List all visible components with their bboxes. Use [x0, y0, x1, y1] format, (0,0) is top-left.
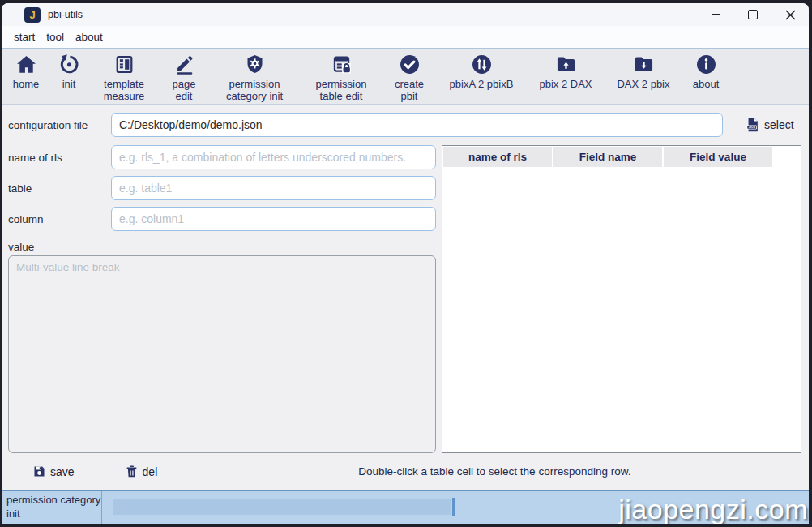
toolbar-item-home[interactable]: home: [10, 54, 42, 90]
menu-bar: start tool about: [2, 26, 809, 48]
rls-table[interactable]: name of rls Field name Field value: [442, 145, 801, 453]
toolbar-label: home: [13, 78, 40, 90]
swap-arrows-circle-icon: [471, 54, 493, 75]
toolbar-item-permission-category-init[interactable]: permission category init: [216, 54, 293, 103]
progress-handle: [452, 498, 455, 516]
column-header-field-value[interactable]: Field value: [664, 147, 772, 167]
watermark: jiaopengzi.com: [618, 495, 808, 523]
toolbar-item-page-edit[interactable]: page edit: [166, 54, 202, 103]
save-button[interactable]: save: [32, 465, 75, 478]
toolbar-label: permission category init: [216, 78, 293, 103]
main-area: configuration file JSON select name of r…: [2, 105, 809, 490]
name-of-rls-label: name of rls: [8, 152, 111, 164]
name-of-rls-input[interactable]: [111, 145, 436, 169]
delete-label: del: [143, 465, 158, 478]
save-icon: [32, 465, 46, 478]
toolbar: home init template measure: [2, 48, 809, 105]
trash-icon: [125, 465, 139, 478]
column-header-name-of-rls[interactable]: name of rls: [443, 147, 552, 167]
minimize-button[interactable]: [697, 3, 734, 26]
save-label: save: [50, 465, 75, 478]
rls-form: name of rls table column value: [8, 145, 436, 453]
json-file-icon: JSON: [745, 117, 761, 133]
toolbar-label: create pbit: [389, 78, 430, 103]
maximize-icon: [748, 10, 758, 19]
home-icon: [15, 54, 37, 75]
configuration-file-input[interactable]: [111, 113, 723, 137]
rls-table-pane: name of rls Field name Field value: [442, 145, 801, 453]
pencil-icon: [173, 54, 195, 75]
window-title: pbi-utils: [48, 9, 83, 20]
shield-gear-icon: [244, 54, 266, 75]
toolbar-label: about: [693, 78, 720, 90]
toolbar-item-init[interactable]: init: [56, 54, 82, 90]
info-circle-icon: [695, 54, 717, 75]
rls-table-header: name of rls Field name Field value: [442, 146, 801, 167]
table-input[interactable]: [111, 176, 436, 200]
toolbar-label: template measure: [96, 78, 152, 103]
table-lock-icon: [331, 54, 353, 75]
minimize-icon: [712, 14, 720, 15]
toolbar-item-permission-table-edit[interactable]: permission table edit: [307, 54, 375, 103]
template-panel-icon: [113, 54, 135, 75]
toolbar-item-pbixa-2-pbixb[interactable]: pbixA 2 pbixB: [443, 54, 519, 90]
content-area: name of rls table column value name of: [2, 145, 809, 453]
svg-text:JSON: JSON: [749, 126, 755, 129]
status-bar: permission category init jiaopengzi.com: [2, 490, 809, 524]
status-task-label: permission category init: [2, 494, 101, 521]
table-row-field: table: [8, 176, 436, 200]
configuration-file-label: configuration file: [8, 119, 111, 131]
toolbar-label: init: [62, 78, 76, 90]
value-textarea[interactable]: [8, 255, 436, 453]
toolbar-item-pbix-2-dax[interactable]: pbix 2 DAX: [533, 54, 598, 90]
toolbar-item-create-pbit[interactable]: create pbit: [389, 54, 430, 103]
status-divider: [101, 491, 102, 524]
rotate-ccw-icon: [58, 54, 80, 75]
value-label: value: [8, 238, 436, 255]
column-header-field-name[interactable]: Field name: [553, 147, 662, 167]
column-label: column: [8, 213, 111, 225]
app-window: J pbi-utils start tool about home: [2, 3, 809, 524]
close-button[interactable]: [771, 3, 809, 26]
column-row: column: [8, 207, 436, 231]
check-circle-icon: [399, 54, 421, 75]
name-of-rls-row: name of rls: [8, 145, 436, 169]
toolbar-item-about[interactable]: about: [689, 54, 723, 90]
toolbar-label: pbixA 2 pbixB: [450, 78, 514, 90]
rls-table-body[interactable]: [442, 167, 801, 452]
maximize-button[interactable]: [734, 3, 771, 26]
close-icon: [785, 10, 796, 20]
menu-item-about[interactable]: about: [70, 31, 109, 43]
app-icon: J: [24, 7, 41, 23]
select-file-label: select: [764, 118, 794, 131]
column-input[interactable]: [111, 207, 436, 231]
toolbar-item-template-measure[interactable]: template measure: [96, 54, 152, 103]
table-label: table: [8, 182, 111, 195]
progress-bar: [113, 499, 451, 515]
toolbar-label: permission table edit: [307, 78, 375, 103]
toolbar-item-dax-2-pbix[interactable]: DAX 2 pbix: [612, 54, 675, 90]
actions-row: save del Double-click a table cell to se…: [2, 453, 809, 490]
toolbar-label: page edit: [166, 78, 202, 103]
folder-down-arrow-icon: [633, 54, 655, 75]
menu-item-tool[interactable]: tool: [41, 31, 70, 43]
menu-item-start[interactable]: start: [8, 31, 41, 43]
folder-up-arrow-icon: [555, 54, 577, 75]
configuration-file-row: configuration file JSON select: [2, 105, 809, 145]
table-hint-text: Double-click a table cell to select the …: [358, 465, 630, 478]
toolbar-label: pbix 2 DAX: [539, 78, 592, 90]
delete-button[interactable]: del: [125, 465, 158, 478]
title-bar: J pbi-utils: [2, 3, 809, 26]
select-file-button[interactable]: JSON select: [745, 117, 794, 133]
window-controls: [697, 3, 809, 26]
toolbar-label: DAX 2 pbix: [617, 78, 669, 90]
